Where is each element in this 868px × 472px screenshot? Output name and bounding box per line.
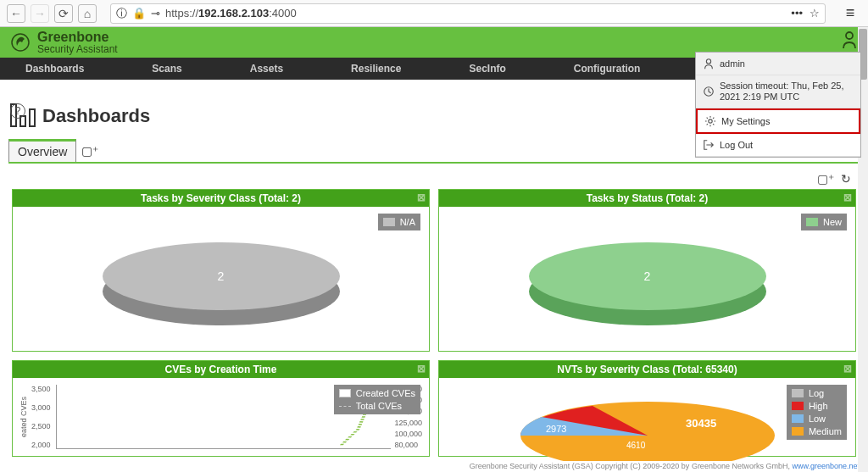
logout-icon xyxy=(703,139,715,151)
chart-legend: Created CVEs Total CVEs xyxy=(334,385,420,414)
legend-item: Created CVEs xyxy=(356,388,415,398)
chart-legend: New xyxy=(801,214,847,230)
key-icon: ⊸ xyxy=(151,7,160,19)
help-icon[interactable]: ? xyxy=(10,103,25,119)
page-title: Dashboards xyxy=(42,105,150,127)
bookmark-icon[interactable]: ☆ xyxy=(810,7,820,19)
forward-button[interactable]: → xyxy=(31,4,49,23)
close-panel-icon[interactable]: ⊠ xyxy=(417,363,426,375)
y-axis-label: eated CVEs xyxy=(19,397,28,437)
url-text: https://192.168.2.103:4000 xyxy=(165,7,297,19)
panel-title: Tasks by Severity Class (Total: 2) xyxy=(141,192,301,204)
panel-title: NVTs by Severity Class (Total: 65340) xyxy=(557,364,737,375)
user-menu-button[interactable] xyxy=(841,31,858,54)
legend-item: Medium xyxy=(809,426,842,436)
url-bar[interactable]: ⓘ 🔒 ⊸ https://192.168.2.103:4000 ••• ☆ xyxy=(110,3,826,24)
legend-item: Log xyxy=(809,388,824,398)
chart-legend: N/A xyxy=(378,214,420,230)
greenbone-logo-icon xyxy=(10,32,31,53)
gear-icon xyxy=(704,115,716,127)
user-menu-my-settings[interactable]: My Settings xyxy=(696,108,860,134)
footer-link[interactable]: www.greenbone.net xyxy=(792,462,860,470)
reload-button[interactable]: ⟳ xyxy=(54,4,73,23)
brand-name: Greenbone xyxy=(37,31,118,44)
user-menu-session-row: Session timeout: Thu, Feb 25, 2021 2:19 … xyxy=(696,75,860,108)
legend-item: New xyxy=(823,217,842,227)
pie-label: 30435 xyxy=(686,417,716,430)
svg-point-0 xyxy=(12,34,29,51)
person-icon xyxy=(703,58,715,69)
footer: Greenbone Security Assistant (GSA) Copyr… xyxy=(470,462,860,470)
nav-configuration[interactable]: Configuration xyxy=(574,63,641,75)
pie-chart[interactable]: 2 xyxy=(103,232,340,325)
close-panel-icon[interactable]: ⊠ xyxy=(417,192,426,203)
panel-tasks-status: Tasks by Status (Total: 2)⊠ New 2 xyxy=(438,189,856,352)
hamburger-menu-button[interactable]: ≡ xyxy=(839,3,861,25)
add-tab-button[interactable]: ▢⁺ xyxy=(81,144,98,158)
brand-subtitle: Security Assistant xyxy=(37,44,118,54)
browser-toolbar: ← → ⟳ ⌂ ⓘ 🔒 ⊸ https://192.168.2.103:4000… xyxy=(0,0,868,27)
logout-label: Log Out xyxy=(720,140,753,150)
svg-point-2 xyxy=(706,59,710,64)
pie-label: 2 xyxy=(218,269,225,283)
pie-label: 4610 xyxy=(626,441,646,450)
legend-item: High xyxy=(809,401,828,411)
legend-item: N/A xyxy=(400,217,415,227)
panel-title: CVEs by Creation Time xyxy=(165,364,277,375)
svg-point-1 xyxy=(846,32,853,39)
nav-scans[interactable]: Scans xyxy=(152,63,181,75)
y-axis-left: 3,5003,0002,5002,000 xyxy=(31,385,53,449)
logo[interactable]: Greenbone Security Assistant xyxy=(10,31,118,54)
my-settings-label: My Settings xyxy=(721,116,770,126)
svg-point-4 xyxy=(709,119,712,123)
clock-icon xyxy=(703,86,715,97)
panel-tasks-severity: Tasks by Severity Class (Total: 2)⊠ N/A … xyxy=(12,189,430,352)
pie-label: 2973 xyxy=(546,424,566,434)
back-button[interactable]: ← xyxy=(7,4,25,23)
tab-overview[interactable]: Overview xyxy=(8,139,76,162)
nav-dashboards[interactable]: Dashboards xyxy=(25,63,84,75)
info-icon: ⓘ xyxy=(116,6,127,21)
legend-item: Low xyxy=(809,414,826,424)
panel-nvts-severity: NVTs by Severity Class (Total: 65340)⊠ L… xyxy=(438,360,856,457)
pie-chart[interactable]: 2 xyxy=(529,232,766,325)
home-button[interactable]: ⌂ xyxy=(78,4,97,23)
user-dropdown-menu: admin Session timeout: Thu, Feb 25, 2021… xyxy=(695,52,861,158)
nav-resilience[interactable]: Resilience xyxy=(351,63,401,75)
nav-secinfo[interactable]: SecInfo xyxy=(469,63,505,75)
panel-cves-time: CVEs by Creation Time⊠ eated CVEs 3,5003… xyxy=(12,360,430,457)
panel-title: Tasks by Status (Total: 2) xyxy=(587,192,709,204)
close-panel-icon[interactable]: ⊠ xyxy=(843,363,852,375)
username-label: admin xyxy=(720,58,745,69)
ellipsis-icon[interactable]: ••• xyxy=(791,7,803,19)
dashboard-actions: ▢⁺ ↻ xyxy=(8,169,860,189)
pie-chart[interactable]: 30435 2973 4610 xyxy=(516,385,779,461)
user-menu-username-row: admin xyxy=(696,53,860,75)
reset-button[interactable]: ↻ xyxy=(841,172,851,186)
lock-warning-icon: 🔒 xyxy=(132,7,146,19)
session-label: Session timeout: Thu, Feb 25, 2021 2:19 … xyxy=(720,81,854,103)
chart-legend: Log High Low Medium xyxy=(787,385,847,440)
pie-label: 2 xyxy=(644,269,651,283)
nav-assets[interactable]: Assets xyxy=(250,63,283,75)
legend-item: Total CVEs xyxy=(356,401,402,411)
user-menu-logout[interactable]: Log Out xyxy=(696,134,860,157)
close-panel-icon[interactable]: ⊠ xyxy=(843,192,852,203)
add-widget-button[interactable]: ▢⁺ xyxy=(817,172,834,186)
